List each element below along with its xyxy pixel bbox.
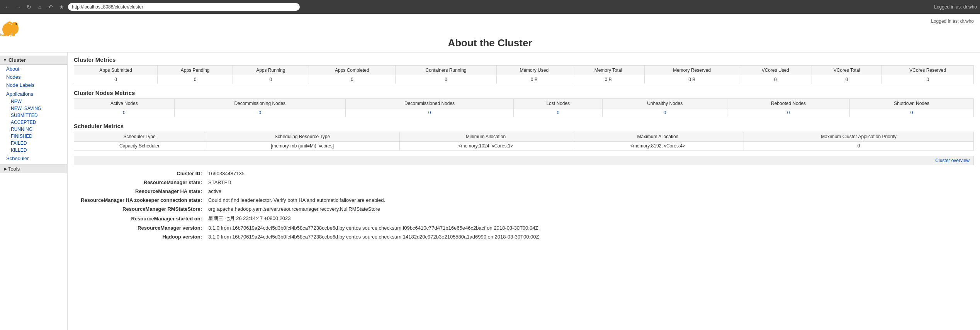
tools-label: Tools <box>8 166 20 172</box>
sidebar-item-failed[interactable]: FAILED <box>0 140 67 147</box>
main-content: Cluster Metrics Apps Submitted Apps Pend… <box>68 52 980 330</box>
home-button[interactable]: ⌂ <box>36 4 44 10</box>
info-value-0: 1690384487135 <box>205 169 974 178</box>
val-scheduling-resource-type: [memory-mb (unit=Mi), vcores] <box>205 142 400 151</box>
cluster-info-row: ResourceManager HA state:active <box>74 187 974 196</box>
page-wrapper: hadoop About the Cluster Logged in as: d… <box>0 14 980 330</box>
col-apps-pending: Apps Pending <box>158 66 233 75</box>
sidebar-item-nodes[interactable]: Nodes <box>0 73 67 81</box>
body-split: ▼ Cluster About Nodes Node Labels Applic… <box>0 52 980 330</box>
sidebar-item-submitted[interactable]: SUBMITTED <box>0 112 67 119</box>
sidebar-item-new-saving[interactable]: NEW_SAVING <box>0 105 67 112</box>
val-decommissioning-nodes[interactable]: 0 <box>174 108 345 117</box>
cluster-info-row: ResourceManager version:3.1.0 from 16b70… <box>74 223 974 232</box>
sidebar-item-new[interactable]: NEW <box>0 98 67 105</box>
info-value-6: 3.1.0 from 16b70619a24cdcf5d3b0fcf4b58ca… <box>205 223 974 232</box>
info-value-7: 3.1.0 from 16b70619a24cdcf5d3b0fcf4b58ca… <box>205 232 974 241</box>
cluster-metrics-row: 0 0 0 0 0 0 B 0 B 0 B 0 0 0 <box>74 75 974 84</box>
col-vcores-total: VCores Total <box>812 66 882 75</box>
cluster-overview-bar: Cluster overview <box>74 156 974 165</box>
col-minimum-allocation: Minimum Allocation <box>400 132 572 142</box>
svg-point-6 <box>15 23 17 25</box>
tools-section-header[interactable]: ► Tools <box>0 164 67 173</box>
info-value-5: 星期三 七月 26 23:14:47 +0800 2023 <box>205 213 974 223</box>
val-lost-nodes[interactable]: 0 <box>514 108 603 117</box>
col-max-cluster-priority: Maximum Cluster Application Priority <box>744 132 974 142</box>
cluster-info-row: Hadoop version:3.1.0 from 16b70619a24cdc… <box>74 232 974 241</box>
val-scheduler-type: Capacity Scheduler <box>74 142 205 151</box>
page-title: About the Cluster <box>0 37 980 49</box>
val-decommissioned-nodes[interactable]: 0 <box>345 108 513 117</box>
cluster-info-table: Cluster ID:1690384487135ResourceManager … <box>74 169 974 241</box>
tools-arrow-icon: ► <box>3 166 8 172</box>
val-apps-submitted: 0 <box>74 75 158 84</box>
col-lost-nodes: Lost Nodes <box>514 99 603 108</box>
svg-rect-4 <box>12 32 15 36</box>
val-vcores-total: 0 <box>812 75 882 84</box>
val-memory-total: 0 B <box>572 75 645 84</box>
sidebar-item-finished[interactable]: FINISHED <box>0 133 67 140</box>
cluster-nodes-metrics-title: Cluster Nodes Metrics <box>74 90 974 96</box>
col-decommissioning-nodes: Decommissioning Nodes <box>174 99 345 108</box>
col-vcores-reserved: VCores Reserved <box>882 66 974 75</box>
col-unhealthy-nodes: Unhealthy Nodes <box>603 99 727 108</box>
col-containers-running: Containers Running <box>396 66 497 75</box>
info-label-2: ResourceManager HA state: <box>74 187 205 196</box>
col-scheduler-type: Scheduler Type <box>74 132 205 142</box>
cluster-nodes-metrics-table: Active Nodes Decommissioning Nodes Decom… <box>74 98 974 117</box>
back-button2[interactable]: ↶ <box>46 4 55 10</box>
info-label-7: Hadoop version: <box>74 232 205 241</box>
reload-button[interactable]: ↻ <box>25 4 33 10</box>
back-button[interactable]: ← <box>3 4 12 10</box>
val-shutdown-nodes[interactable]: 0 <box>850 108 974 117</box>
sidebar-item-node-labels[interactable]: Node Labels <box>0 81 67 89</box>
info-label-4: ResourceManager RMStateStore: <box>74 205 205 213</box>
col-memory-used: Memory Used <box>496 66 572 75</box>
val-vcores-used: 0 <box>739 75 812 84</box>
url-bar[interactable]: http://localhost:8088/cluster/cluster <box>68 3 300 11</box>
val-containers-running: 0 <box>396 75 497 84</box>
info-value-4: org.apache.hadoop.yarn.server.resourcema… <box>205 205 974 213</box>
col-active-nodes: Active Nodes <box>74 99 175 108</box>
logged-in-info: Logged in as: dr.who <box>931 19 974 24</box>
cluster-overview-link[interactable]: Cluster overview <box>935 158 970 163</box>
sidebar-item-killed[interactable]: KILLED <box>0 147 67 154</box>
browser-bar: ← → ↻ ⌂ ↶ ★ http://localhost:8088/cluste… <box>0 0 980 14</box>
val-max-cluster-priority: 0 <box>744 142 974 151</box>
cluster-section-header[interactable]: ▼ Cluster <box>0 56 67 65</box>
sidebar-item-running[interactable]: RUNNING <box>0 126 67 133</box>
cluster-label: Cluster <box>8 57 26 63</box>
col-memory-reserved: Memory Reserved <box>645 66 739 75</box>
val-unhealthy-nodes[interactable]: 0 <box>603 108 727 117</box>
scheduler-metrics-row: Capacity Scheduler [memory-mb (unit=Mi),… <box>74 142 974 151</box>
sidebar-item-applications[interactable]: Applications <box>0 90 67 98</box>
cluster-metrics-table: Apps Submitted Apps Pending Apps Running… <box>74 65 974 84</box>
sidebar-item-accepted[interactable]: ACCEPTED <box>0 119 67 126</box>
hadoop-logo: hadoop <box>0 18 980 37</box>
col-scheduling-resource-type: Scheduling Resource Type <box>205 132 400 142</box>
col-apps-submitted: Apps Submitted <box>74 66 158 75</box>
cluster-arrow-icon: ▼ <box>3 58 7 62</box>
info-value-3: Could not find leader elector. Verify bo… <box>205 196 974 205</box>
cluster-info-row: ResourceManager RMStateStore:org.apache.… <box>74 205 974 213</box>
val-apps-completed: 0 <box>309 75 396 84</box>
svg-text:hadoop: hadoop <box>0 33 13 37</box>
val-memory-used: 0 B <box>496 75 572 84</box>
applications-section: Applications NEW NEW_SAVING SUBMITTED AC… <box>0 89 67 154</box>
cluster-nodes-row: 0 0 0 0 0 0 0 <box>74 108 974 117</box>
cluster-info-row: ResourceManager started on:星期三 七月 26 23:… <box>74 213 974 223</box>
sidebar-item-scheduler[interactable]: Scheduler <box>0 154 67 162</box>
sidebar-item-about[interactable]: About <box>0 65 67 73</box>
scheduler-metrics-table: Scheduler Type Scheduling Resource Type … <box>74 132 974 151</box>
cluster-metrics-title: Cluster Metrics <box>74 56 974 63</box>
svg-point-5 <box>12 22 18 27</box>
val-rebooted-nodes[interactable]: 0 <box>727 108 850 117</box>
info-label-1: ResourceManager state: <box>74 178 205 187</box>
cluster-info-row: ResourceManager state:STARTED <box>74 178 974 187</box>
col-decommissioned-nodes: Decommissioned Nodes <box>345 99 513 108</box>
val-active-nodes[interactable]: 0 <box>74 108 175 117</box>
col-shutdown-nodes: Shutdown Nodes <box>850 99 974 108</box>
bookmark-button[interactable]: ★ <box>57 4 66 10</box>
col-memory-total: Memory Total <box>572 66 645 75</box>
forward-button[interactable]: → <box>14 4 22 10</box>
